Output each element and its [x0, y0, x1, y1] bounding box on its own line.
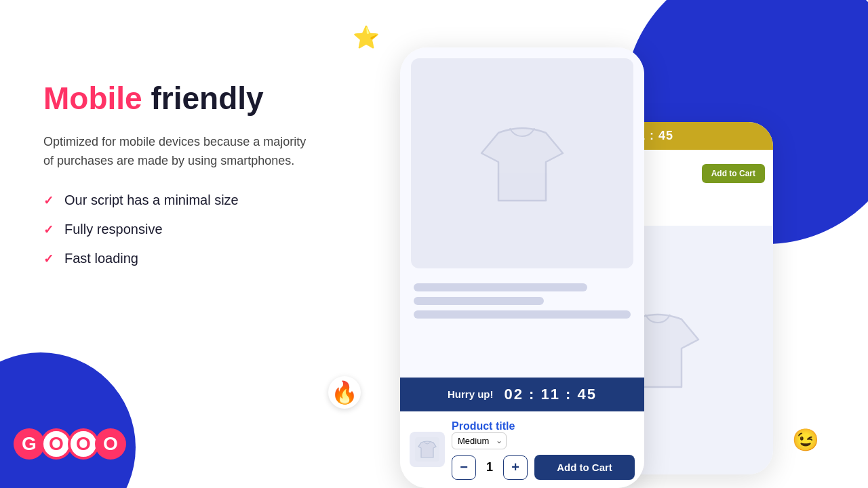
- product-image-area: [411, 58, 633, 268]
- back-add-to-cart-button[interactable]: Add to Cart: [702, 164, 765, 183]
- check-icon-1: ✓: [43, 193, 54, 208]
- feature-label-1: Our script has a minimal size: [64, 192, 239, 208]
- product-thumb: [410, 432, 445, 467]
- headline-friendly: friendly: [142, 81, 264, 116]
- logo: G O O O: [14, 428, 126, 460]
- front-product-title: Product title: [452, 420, 635, 432]
- qty-minus-button[interactable]: −: [452, 455, 476, 480]
- bg-circle-bottom: [0, 352, 136, 488]
- text-placeholder-lines: [411, 278, 633, 329]
- headline: Mobile friendly: [43, 81, 369, 116]
- left-content: Mobile friendly Optimized for mobile dev…: [43, 81, 369, 266]
- hurry-label: Hurry up!: [448, 388, 494, 400]
- qty-row: − 1 + Add to Cart: [452, 455, 635, 480]
- feature-label-3: Fast loading: [64, 251, 138, 266]
- headline-mobile: Mobile: [43, 81, 142, 116]
- fire-decoration: 🔥: [328, 376, 361, 409]
- description: Optimized for mobile devices because a m…: [43, 132, 315, 171]
- add-to-cart-button[interactable]: Add to Cart: [534, 455, 635, 480]
- cart-section: Product title Medium Small Large − 1 + A…: [400, 411, 644, 488]
- phones-area: Hurry up! 02 : 11 : 45 Product title $18…: [393, 27, 854, 488]
- hurry-bar: Hurry up! 02 : 11 : 45: [400, 378, 644, 411]
- text-line-1: [414, 283, 587, 291]
- qty-value: 1: [483, 460, 496, 474]
- star-decoration: ⭐: [353, 24, 380, 50]
- phone-screen: [400, 47, 644, 378]
- feature-item-2: ✓ Fully responsive: [43, 222, 369, 237]
- phone-front: Hurry up! 02 : 11 : 45 Product title Med…: [400, 47, 644, 488]
- text-line-2: [414, 297, 544, 305]
- feature-item-1: ✓ Our script has a minimal size: [43, 192, 369, 208]
- check-icon-2: ✓: [43, 222, 54, 237]
- feature-item-3: ✓ Fast loading: [43, 251, 369, 266]
- logo-letter-o3: O: [95, 428, 126, 460]
- qty-plus-button[interactable]: +: [503, 455, 528, 480]
- variant-wrapper: Medium Small Large: [452, 432, 507, 449]
- feature-label-2: Fully responsive: [64, 222, 163, 237]
- feature-list: ✓ Our script has a minimal size ✓ Fully …: [43, 192, 369, 266]
- check-icon-3: ✓: [43, 251, 54, 266]
- hurry-timer: 02 : 11 : 45: [504, 386, 597, 403]
- front-product-info: Product title Medium Small Large − 1 + A…: [452, 420, 635, 480]
- text-line-3: [414, 310, 631, 319]
- variant-select[interactable]: Medium Small Large: [452, 432, 507, 449]
